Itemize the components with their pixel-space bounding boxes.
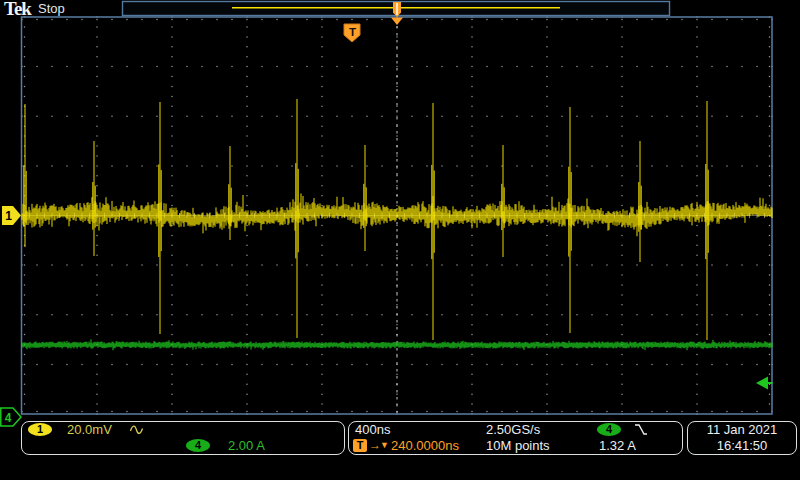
horizontal-readout-row[interactable]: 400ns 2.50GS/s 4 xyxy=(349,422,682,438)
acquisition-status[interactable]: Stop xyxy=(38,1,65,16)
trigger-delay-t-icon: T xyxy=(353,439,367,452)
ch4-badge[interactable]: 4 xyxy=(186,439,210,452)
scope-display: T 1 4 xyxy=(0,0,800,480)
trigger-delay-readout[interactable]: 240.0000ns xyxy=(391,438,459,453)
bottom-readout-bar: 1 20.0mV 4 2.00 A 400ns 2.50GS/s 4 xyxy=(0,420,800,460)
falling-edge-icon xyxy=(633,423,649,436)
time-readout: 16:41:50 xyxy=(688,438,796,454)
trigger-level-readout[interactable]: 1.32 A xyxy=(599,438,636,453)
horizontal-trigger-readout-box: 400ns 2.50GS/s 4 T → ▼ 240.0000ns 10M po… xyxy=(348,421,683,455)
trigger-delay-marker-icon: ▼ xyxy=(380,440,389,450)
ac-coupling-icon xyxy=(129,423,145,437)
sample-rate-readout: 2.50GS/s xyxy=(486,422,540,437)
trigger-source-badge[interactable]: 4 xyxy=(597,423,621,436)
datetime-box: 11 Jan 2021 16:41:50 xyxy=(687,421,797,455)
record-length-readout: 10M points xyxy=(486,438,550,453)
tek-logo: Tek xyxy=(4,0,31,20)
ch1-readout[interactable]: 1 20.0mV xyxy=(22,422,344,438)
timebase-readout[interactable]: 400ns xyxy=(355,422,390,437)
date-readout: 11 Jan 2021 xyxy=(688,422,796,438)
ch1-scale-readout[interactable]: 20.0mV xyxy=(67,422,112,437)
oscilloscope-screen: Tek Stop T 1 4 xyxy=(0,0,800,480)
ch1-marker-label: 1 xyxy=(5,209,12,223)
trigger-readout-row[interactable]: T → ▼ 240.0000ns 10M points 1.32 A xyxy=(349,438,682,454)
ch4-scale-readout[interactable]: 2.00 A xyxy=(228,438,265,453)
trigger-level-arrow-icon[interactable] xyxy=(756,377,773,390)
ch4-readout[interactable]: 4 2.00 A xyxy=(22,438,344,454)
ch1-badge[interactable]: 1 xyxy=(28,423,52,436)
trigger-t-badge-label: T xyxy=(349,26,356,38)
ch1-position-marker[interactable]: 1 xyxy=(2,206,21,225)
trigger-t-badge-icon[interactable]: T xyxy=(344,24,360,42)
channel-readout-box: 1 20.0mV 4 2.00 A xyxy=(21,421,345,455)
